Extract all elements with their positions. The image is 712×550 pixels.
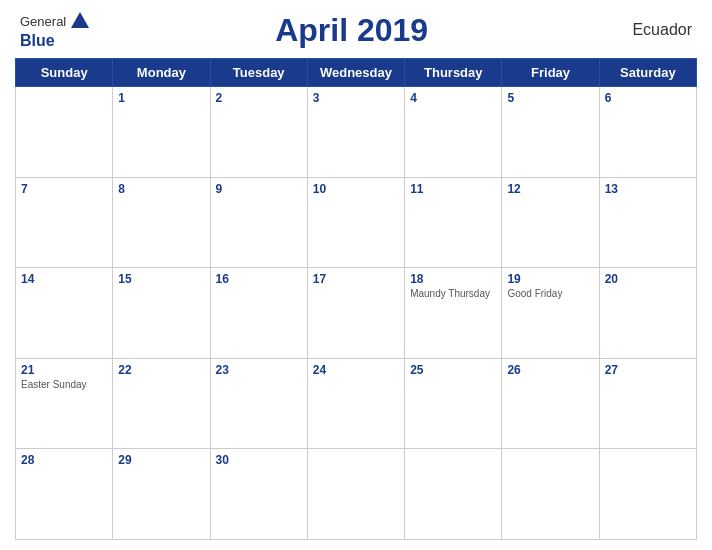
calendar-cell: 27 — [599, 358, 696, 449]
calendar-cell — [405, 449, 502, 540]
day-number: 27 — [605, 363, 691, 377]
day-header-thursday: Thursday — [405, 59, 502, 87]
calendar-week-row: 1415161718Maundy Thursday19Good Friday20 — [16, 268, 697, 359]
calendar-cell: 19Good Friday — [502, 268, 599, 359]
day-number: 11 — [410, 182, 496, 196]
calendar-cell: 20 — [599, 268, 696, 359]
day-number: 1 — [118, 91, 204, 105]
day-number: 13 — [605, 182, 691, 196]
calendar-week-row: 78910111213 — [16, 177, 697, 268]
country-label: Ecuador — [612, 21, 692, 39]
day-header-tuesday: Tuesday — [210, 59, 307, 87]
day-number: 5 — [507, 91, 593, 105]
day-number: 22 — [118, 363, 204, 377]
calendar-cell: 29 — [113, 449, 210, 540]
day-number: 10 — [313, 182, 399, 196]
calendar-cell: 16 — [210, 268, 307, 359]
calendar-cell: 30 — [210, 449, 307, 540]
day-number: 15 — [118, 272, 204, 286]
day-number: 21 — [21, 363, 107, 377]
day-number: 30 — [216, 453, 302, 467]
calendar-cell: 1 — [113, 87, 210, 178]
calendar-cell: 8 — [113, 177, 210, 268]
calendar-cell: 7 — [16, 177, 113, 268]
calendar-cell — [599, 449, 696, 540]
calendar-cell: 21Easter Sunday — [16, 358, 113, 449]
day-header-sunday: Sunday — [16, 59, 113, 87]
day-number: 18 — [410, 272, 496, 286]
day-number: 19 — [507, 272, 593, 286]
day-number: 24 — [313, 363, 399, 377]
calendar-cell: 18Maundy Thursday — [405, 268, 502, 359]
day-header-wednesday: Wednesday — [307, 59, 404, 87]
day-number: 12 — [507, 182, 593, 196]
day-number: 20 — [605, 272, 691, 286]
calendar-cell — [16, 87, 113, 178]
logo-general-text: General — [20, 14, 66, 29]
calendar-cell: 24 — [307, 358, 404, 449]
day-number: 6 — [605, 91, 691, 105]
calendar-cell: 9 — [210, 177, 307, 268]
calendar-cell: 10 — [307, 177, 404, 268]
calendar-cell: 2 — [210, 87, 307, 178]
calendar-cell: 5 — [502, 87, 599, 178]
calendar-cell: 28 — [16, 449, 113, 540]
day-number: 9 — [216, 182, 302, 196]
calendar-week-row: 21Easter Sunday222324252627 — [16, 358, 697, 449]
day-number: 7 — [21, 182, 107, 196]
calendar-cell: 22 — [113, 358, 210, 449]
calendar-cell: 23 — [210, 358, 307, 449]
calendar-title: April 2019 — [91, 12, 612, 49]
day-number: 4 — [410, 91, 496, 105]
day-number: 14 — [21, 272, 107, 286]
holiday-label: Good Friday — [507, 288, 593, 299]
logo-blue-text: Blue — [20, 32, 55, 50]
day-number: 29 — [118, 453, 204, 467]
day-header-monday: Monday — [113, 59, 210, 87]
calendar-cell: 4 — [405, 87, 502, 178]
day-number: 23 — [216, 363, 302, 377]
calendar-cell: 14 — [16, 268, 113, 359]
day-header-saturday: Saturday — [599, 59, 696, 87]
logo-icon — [69, 10, 91, 32]
logo: General Blue — [20, 10, 91, 50]
calendar-cell: 26 — [502, 358, 599, 449]
calendar-cell — [502, 449, 599, 540]
calendar-header-row: SundayMondayTuesdayWednesdayThursdayFrid… — [16, 59, 697, 87]
day-number: 17 — [313, 272, 399, 286]
calendar-cell: 3 — [307, 87, 404, 178]
day-number: 8 — [118, 182, 204, 196]
calendar-cell: 15 — [113, 268, 210, 359]
calendar-week-row: 123456 — [16, 87, 697, 178]
day-number: 2 — [216, 91, 302, 105]
calendar-table: SundayMondayTuesdayWednesdayThursdayFrid… — [15, 58, 697, 540]
calendar-cell: 11 — [405, 177, 502, 268]
day-header-friday: Friday — [502, 59, 599, 87]
holiday-label: Easter Sunday — [21, 379, 107, 390]
calendar-cell: 13 — [599, 177, 696, 268]
calendar-cell: 25 — [405, 358, 502, 449]
day-number: 26 — [507, 363, 593, 377]
holiday-label: Maundy Thursday — [410, 288, 496, 299]
svg-marker-0 — [71, 12, 89, 28]
day-number: 28 — [21, 453, 107, 467]
page-header: General Blue April 2019 Ecuador — [15, 10, 697, 50]
calendar-week-row: 282930 — [16, 449, 697, 540]
calendar-cell: 17 — [307, 268, 404, 359]
day-number: 3 — [313, 91, 399, 105]
calendar-cell — [307, 449, 404, 540]
calendar-cell: 6 — [599, 87, 696, 178]
day-number: 25 — [410, 363, 496, 377]
day-number: 16 — [216, 272, 302, 286]
calendar-cell: 12 — [502, 177, 599, 268]
